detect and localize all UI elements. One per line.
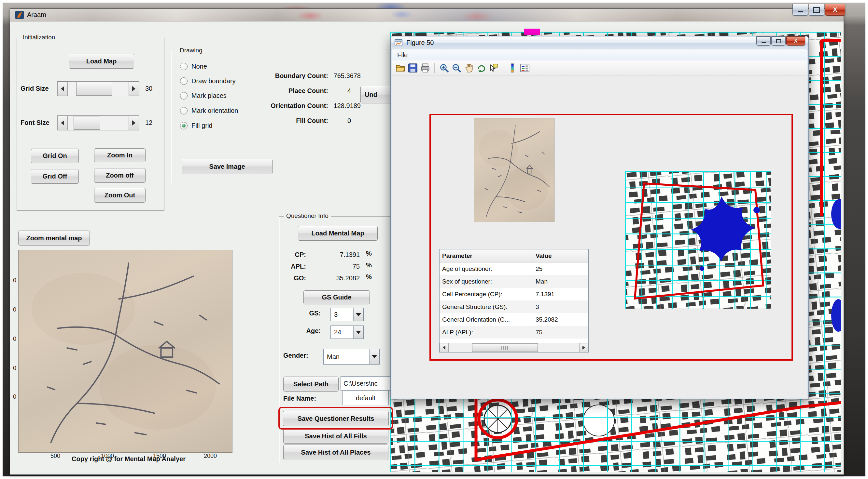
boundary-count-value: 765.3678 [309, 72, 361, 80]
scroll-left-arrow-icon[interactable] [439, 343, 448, 352]
zoom-mental-map-button[interactable]: Zoom mental map [18, 231, 90, 245]
go-value: 35.2082 [311, 274, 360, 282]
figure-menubar: File [392, 49, 807, 61]
table-cell-value: Man [533, 275, 588, 288]
dropdown-arrow-icon[interactable] [353, 326, 363, 339]
rotate-3d-icon[interactable] [476, 63, 487, 73]
zoom-in-icon[interactable] [439, 63, 449, 73]
zoom-out-button[interactable]: Zoom Out [94, 188, 146, 203]
zoom-off-button[interactable]: Zoom off [94, 168, 146, 183]
save-image-button[interactable]: Save Image [182, 159, 273, 174]
table-cell-parameter: General Structure (GS): [439, 301, 533, 313]
table-row[interactable]: General Orientation (G... 35.2082 [439, 313, 588, 326]
radio-none[interactable]: None [180, 61, 265, 72]
scrollbar-thumb[interactable] [472, 343, 538, 352]
main-window-controls: X [793, 4, 845, 15]
grid-off-button[interactable]: Grid Off [31, 169, 79, 184]
gender-dropdown[interactable]: Man [323, 349, 380, 365]
table-cell-parameter: ALP (APL): [439, 326, 533, 339]
grid-size-slider-track[interactable] [68, 81, 129, 96]
table-cell-value: 75 [533, 326, 588, 339]
legend-icon[interactable] [520, 63, 530, 73]
minimize-button[interactable] [793, 4, 808, 15]
y-axis-tick: 0 [10, 365, 16, 372]
table-row[interactable]: Cell Percentage (CP): 7.1391 [439, 288, 588, 301]
table-cell-parameter: Cell Percentage (CP): [439, 288, 533, 301]
open-icon[interactable] [395, 63, 406, 73]
grid-size-slider-thumb[interactable] [76, 82, 112, 96]
slider-right-arrow-icon[interactable] [129, 116, 139, 130]
radio-mark-orientation-label: Mark orientation [191, 107, 238, 114]
apl-value: 75 [311, 263, 360, 270]
sketch-thumbnail-image [474, 118, 554, 222]
orientation-count-value: 128.9189 [309, 102, 361, 110]
initialization-panel-label: Initialization [21, 34, 57, 41]
colorbar-icon[interactable] [507, 63, 518, 73]
dropdown-arrow-icon[interactable] [353, 308, 363, 321]
figure-titlebar[interactable]: Figure 50 X [391, 36, 808, 50]
window-title: Araam [27, 11, 46, 19]
load-map-button[interactable]: Load Map [69, 54, 134, 69]
dropdown-arrow-icon[interactable] [369, 349, 379, 364]
slider-left-arrow-icon[interactable] [57, 116, 68, 130]
araam-titlebar[interactable]: Araam [10, 9, 844, 22]
pan-icon[interactable] [464, 63, 474, 73]
y-axis-tick: 0 [10, 306, 16, 313]
map-thumbnail-image [625, 171, 771, 309]
fill-count-value: 0 [300, 117, 351, 125]
grid-size-label: Grid Size [21, 85, 60, 92]
file-menu[interactable]: File [392, 52, 413, 59]
print-icon[interactable] [420, 63, 430, 73]
radio-circle-icon [180, 77, 188, 85]
table-row[interactable]: ALP (APL): 75 [439, 326, 588, 339]
app-icon [15, 11, 24, 19]
grid-on-button[interactable]: Grid On [31, 148, 79, 163]
load-mental-map-button[interactable]: Load Mental Map [298, 226, 378, 241]
table-row[interactable]: Age of questioner: 25 [439, 263, 588, 275]
apl-label: APL: [277, 263, 306, 270]
figure-maximize-button[interactable] [771, 36, 786, 45]
age-dropdown[interactable]: 24 [331, 326, 364, 339]
file-name-field[interactable]: default [342, 391, 389, 405]
mental-map-image [18, 250, 232, 453]
scrollbar-track[interactable] [448, 343, 579, 352]
scroll-right-arrow-icon[interactable] [579, 343, 588, 352]
slider-right-arrow-icon[interactable] [129, 81, 139, 96]
data-cursor-icon[interactable] [488, 63, 499, 73]
go-label: GO: [277, 274, 306, 282]
path-field[interactable]: C:\Users\nc [341, 376, 392, 390]
age-label: Age: [290, 327, 321, 335]
toolbar-separator [503, 63, 503, 73]
magenta-marker [524, 29, 540, 35]
radio-circle-selected-icon [180, 122, 188, 129]
font-size-slider[interactable] [57, 115, 140, 130]
figure-close-button[interactable]: X [786, 36, 805, 45]
font-size-value: 12 [145, 119, 163, 127]
close-button[interactable]: X [825, 4, 845, 15]
font-size-slider-track[interactable] [68, 116, 129, 130]
table-row[interactable]: General Structure (GS): 3 [439, 301, 588, 313]
gs-guide-button[interactable]: GS Guide [304, 290, 370, 304]
save-icon[interactable] [408, 63, 418, 73]
zoom-in-button[interactable]: Zoom In [94, 148, 146, 162]
grid-size-slider[interactable] [57, 81, 140, 96]
table-horizontal-scrollbar[interactable] [439, 343, 588, 352]
figure-window-controls: X [756, 36, 805, 45]
gs-dropdown[interactable]: 3 [331, 308, 364, 321]
figure-minimize-button[interactable] [756, 36, 771, 45]
zoom-out-icon[interactable] [451, 63, 462, 73]
table-header-parameter[interactable]: Parameter [439, 249, 533, 263]
select-path-button[interactable]: Select Path [283, 377, 339, 391]
save-questioner-results-button[interactable]: Save Questioner Results [283, 411, 389, 426]
maximize-button[interactable] [809, 4, 825, 15]
save-hist-all-fills-button[interactable]: Save Hist of All Fills [283, 429, 389, 444]
apl-percent-sign: % [366, 262, 379, 269]
table-header-value[interactable]: Value [533, 249, 588, 263]
save-hist-all-places-button[interactable]: Save Hist of All Places [283, 445, 389, 460]
mental-map-sketch [19, 250, 232, 452]
font-size-slider-thumb[interactable] [73, 116, 100, 130]
table-row[interactable]: Sex of questioner: Man [439, 275, 588, 288]
font-size-label: Font Size [21, 119, 60, 127]
slider-left-arrow-icon[interactable] [57, 81, 68, 96]
go-percent-sign: % [366, 273, 379, 281]
